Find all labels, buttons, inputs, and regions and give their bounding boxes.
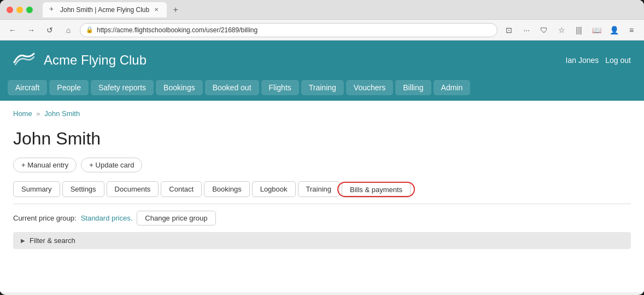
nav-item-aircraft[interactable]: Aircraft	[8, 80, 47, 95]
more-options-icon[interactable]: ···	[519, 23, 534, 37]
traffic-lights	[7, 7, 33, 13]
tab-training[interactable]: Training	[298, 181, 339, 197]
filter-label: Filter & search	[30, 236, 75, 245]
nav-item-admin[interactable]: Admin	[434, 80, 471, 95]
tab-close-icon[interactable]: ✕	[153, 6, 160, 14]
nav-item-safety-reports[interactable]: Safety reports	[91, 80, 154, 95]
library-icon[interactable]: |||	[572, 23, 586, 37]
maximize-button[interactable]	[26, 7, 33, 13]
minimize-button[interactable]	[16, 7, 23, 13]
nav-item-flights[interactable]: Flights	[261, 80, 299, 95]
nav-item-booked-out[interactable]: Booked out	[205, 80, 259, 95]
nav-item-vouchers[interactable]: Vouchers	[346, 80, 393, 95]
breadcrumb-separator: »	[36, 109, 40, 118]
security-icon: 🔒	[86, 26, 93, 33]
tab-bookings[interactable]: Bookings	[204, 181, 249, 197]
update-card-button[interactable]: + Update card	[81, 158, 142, 172]
active-tab[interactable]: ✈ John Smith | Acme Flying Club ✕	[43, 2, 167, 18]
tab-summary[interactable]: Summary	[13, 181, 60, 197]
tab-settings[interactable]: Settings	[62, 181, 104, 197]
breadcrumb-home[interactable]: Home	[13, 109, 32, 118]
app-content: Acme Flying Club Ian Jones Log out Aircr…	[0, 41, 644, 292]
url-text: https://acme.flightschoolbooking.com/use…	[97, 26, 257, 34]
section-separator	[13, 204, 631, 204]
header-right: Ian Jones Log out	[566, 56, 631, 65]
close-button[interactable]	[7, 7, 13, 13]
nav-item-training[interactable]: Training	[301, 80, 344, 95]
tab-bar: ✈ John Smith | Acme Flying Club ✕ +	[43, 2, 637, 18]
address-bar[interactable]: 🔒 https://acme.flightschoolbooking.com/u…	[80, 23, 497, 37]
filter-expand-icon: ▶	[21, 238, 25, 244]
logout-button[interactable]: Log out	[605, 56, 631, 65]
reload-button[interactable]: ↺	[43, 23, 57, 37]
reader-view-icon[interactable]: ⊡	[502, 23, 516, 37]
action-buttons: + Manual entry + Update card	[13, 158, 631, 172]
app-logo-icon	[13, 50, 35, 71]
tab-contact[interactable]: Contact	[161, 181, 202, 197]
main-nav: Aircraft People Safety reports Bookings …	[0, 80, 644, 101]
manual-entry-button[interactable]: + Manual entry	[13, 158, 77, 172]
price-group-value[interactable]: Standard prices.	[81, 214, 133, 222]
tab-bills-payments[interactable]: Bills & payments	[342, 182, 411, 198]
account-icon[interactable]: 👤	[607, 23, 621, 37]
reading-list-icon[interactable]: 📖	[589, 23, 604, 37]
nav-item-billing[interactable]: Billing	[395, 80, 431, 95]
app-title: Acme Flying Club	[44, 53, 147, 68]
filter-search-section[interactable]: ▶ Filter & search	[13, 232, 631, 249]
app-header: Acme Flying Club Ian Jones Log out	[0, 41, 644, 80]
shield-icon[interactable]: 🛡	[537, 23, 551, 37]
logged-in-user: Ian Jones	[566, 56, 599, 65]
sub-nav: Summary Settings Documents Contact Booki…	[13, 181, 631, 197]
back-button[interactable]: ←	[5, 23, 20, 37]
nav-item-people[interactable]: People	[49, 80, 89, 95]
bookmark-star-icon[interactable]: ☆	[554, 23, 569, 37]
main-content: Home » John Smith John Smith + Manual en…	[0, 101, 644, 292]
tab-logbook[interactable]: Logbook	[252, 181, 296, 197]
tab-bills-payments-wrapper: Bills & payments	[342, 185, 411, 194]
forward-button[interactable]: →	[24, 23, 38, 37]
tab-title: John Smith | Acme Flying Club	[60, 6, 149, 14]
page-title: John Smith	[13, 129, 631, 149]
menu-icon[interactable]: ≡	[624, 23, 639, 37]
header-left: Acme Flying Club	[13, 50, 147, 71]
tab-favicon-icon: ✈	[49, 6, 57, 14]
browser-titlebar: ✈ John Smith | Acme Flying Club ✕ +	[0, 0, 644, 20]
change-price-group-button[interactable]: Change price group	[137, 211, 215, 225]
breadcrumb: Home » John Smith	[13, 109, 631, 118]
price-group-row: Current price group: Standard prices. Ch…	[13, 211, 631, 225]
browser-window: ✈ John Smith | Acme Flying Club ✕ + ← → …	[0, 0, 644, 295]
nav-item-bookings[interactable]: Bookings	[156, 80, 203, 95]
tab-documents[interactable]: Documents	[107, 181, 159, 197]
new-tab-button[interactable]: +	[169, 3, 182, 16]
home-button[interactable]: ⌂	[61, 23, 75, 37]
breadcrumb-current: John Smith	[44, 109, 80, 118]
toolbar-actions: ⊡ ··· 🛡 ☆ ||| 📖 👤 ≡	[502, 23, 639, 37]
price-group-label: Current price group:	[13, 214, 77, 222]
browser-toolbar: ← → ↺ ⌂ 🔒 https://acme.flightschoolbooki…	[0, 20, 644, 41]
